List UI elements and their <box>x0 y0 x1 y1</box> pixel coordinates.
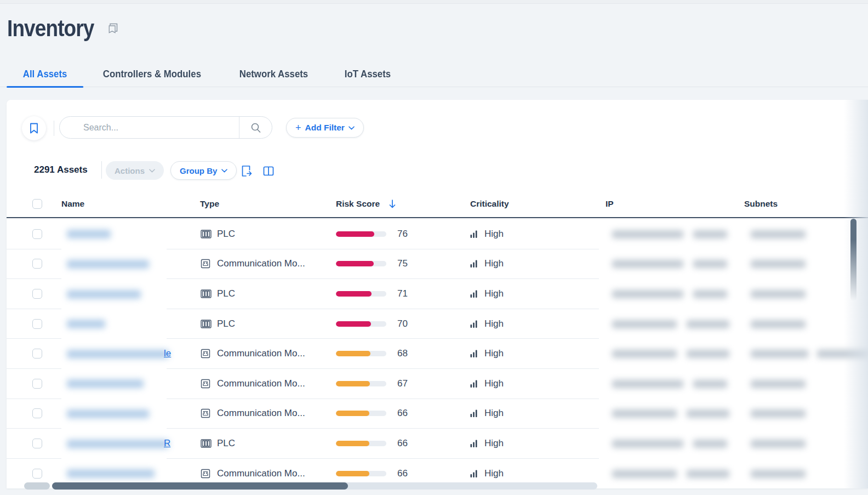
row-checkbox[interactable] <box>32 469 42 479</box>
redacted-subnet <box>751 440 806 448</box>
search-button[interactable] <box>239 117 272 138</box>
search-box <box>59 116 272 139</box>
redacted-asset-name[interactable] <box>67 320 105 328</box>
row-checkbox[interactable] <box>32 289 42 299</box>
risk-score-bar <box>336 441 386 446</box>
criticality-label: High <box>484 408 504 419</box>
hscroll-left-paddle[interactable] <box>24 482 50 490</box>
risk-score-value: 70 <box>397 318 408 329</box>
tab-controllers-modules[interactable]: Controllers & Modules <box>87 61 218 87</box>
redacted-asset-name[interactable] <box>67 379 144 388</box>
horizontal-scrollbar[interactable] <box>52 482 597 490</box>
sort-desc-icon[interactable] <box>389 200 396 208</box>
criticality-label: High <box>484 438 504 449</box>
redacted-ip <box>612 470 677 478</box>
redacted-asset-name[interactable] <box>67 469 155 478</box>
criticality-label: High <box>484 348 504 359</box>
risk-score-bar <box>336 351 386 356</box>
redacted-ip <box>687 320 729 328</box>
redacted-ip <box>612 260 683 268</box>
row-checkbox[interactable] <box>32 408 42 418</box>
asset-type-label: PLC <box>217 318 235 329</box>
asset-count: 2291 Assets <box>34 164 88 175</box>
redacted-asset-name[interactable] <box>67 440 169 448</box>
comm-icon <box>200 408 211 419</box>
column-header-subnets[interactable]: Subnets <box>744 199 778 209</box>
redacted-ip <box>612 320 677 328</box>
redacted-asset-name[interactable] <box>67 409 149 418</box>
tab-all-assets[interactable]: All Assets <box>7 61 83 87</box>
vertical-scrollbar-thumb[interactable] <box>850 219 856 301</box>
plc-icon <box>200 318 212 329</box>
redacted-ip <box>612 440 683 448</box>
risk-score-bar <box>336 471 386 476</box>
tab-network-assets[interactable]: Network Assets <box>223 61 324 87</box>
row-checkbox[interactable] <box>32 319 42 329</box>
export-button[interactable] <box>239 163 254 179</box>
asset-type-label: PLC <box>217 438 235 449</box>
add-filter-button[interactable]: + Add Filter <box>286 118 364 138</box>
column-header-risk-score[interactable]: Risk Score <box>336 199 380 209</box>
criticality-label: High <box>484 468 504 479</box>
columns-button[interactable] <box>261 163 276 179</box>
row-checkbox[interactable] <box>32 439 42 448</box>
redacted-subnet <box>751 290 806 298</box>
column-header-criticality[interactable]: Criticality <box>470 199 509 209</box>
redacted-ip <box>687 350 729 358</box>
asset-type-label: Communication Mo... <box>217 408 305 419</box>
saved-views-button[interactable] <box>22 116 46 140</box>
row-checkbox[interactable] <box>32 349 42 359</box>
risk-score-value: 67 <box>397 378 408 389</box>
redacted-asset-name[interactable] <box>67 290 141 299</box>
criticality-bars-icon <box>470 320 478 328</box>
redacted-subnet <box>751 409 806 418</box>
actions-button[interactable]: Actions <box>106 161 164 180</box>
risk-score-bar <box>336 321 386 327</box>
row-checkbox[interactable] <box>32 259 42 269</box>
redacted-asset-name[interactable] <box>67 350 169 359</box>
redacted-ip <box>693 260 727 268</box>
asset-name-link-suffix[interactable]: R <box>164 438 170 449</box>
criticality-bars-icon <box>470 289 478 298</box>
redacted-subnet <box>751 320 806 328</box>
criticality-bars-icon <box>470 349 478 358</box>
asset-name-link-suffix[interactable]: le <box>164 348 171 359</box>
redacted-asset-name[interactable] <box>67 230 111 238</box>
risk-score-bar <box>336 411 386 416</box>
copy-icon[interactable] <box>108 23 118 34</box>
column-header-ip[interactable]: IP <box>606 199 614 209</box>
redacted-ip <box>612 230 683 238</box>
criticality-label: High <box>484 318 504 329</box>
column-header-type[interactable]: Type <box>200 199 219 209</box>
redacted-ip <box>612 350 677 358</box>
row-checkbox[interactable] <box>32 229 42 239</box>
comm-icon <box>200 378 211 389</box>
redacted-asset-name[interactable] <box>67 260 149 269</box>
risk-score-value: 66 <box>397 408 408 419</box>
toolbar-divider <box>54 121 54 136</box>
search-icon <box>250 122 261 133</box>
redacted-ip <box>693 290 727 298</box>
plc-icon <box>200 288 212 299</box>
column-header-name[interactable]: Name <box>61 199 84 209</box>
asset-type-label: PLC <box>217 288 235 299</box>
risk-score-value: 75 <box>397 258 408 269</box>
risk-score-bar <box>336 231 386 237</box>
asset-type-label: Communication Mo... <box>217 468 305 479</box>
redacted-ip <box>687 470 729 478</box>
row-checkbox[interactable] <box>32 379 42 389</box>
tab-iot-assets[interactable]: IoT Assets <box>328 61 407 87</box>
risk-score-value: 71 <box>397 288 408 299</box>
horizontal-scrollbar-thumb[interactable] <box>52 482 348 490</box>
criticality-label: High <box>484 288 504 299</box>
comm-icon <box>200 258 211 269</box>
search-input[interactable] <box>60 117 239 138</box>
redacted-subnet <box>751 350 808 358</box>
bookmark-icon <box>30 123 38 134</box>
criticality-bars-icon <box>470 259 478 268</box>
redacted-ip <box>612 380 683 388</box>
plus-icon: + <box>295 122 301 134</box>
select-all-checkbox[interactable] <box>32 199 42 209</box>
group-by-button[interactable]: Group By <box>170 161 237 180</box>
criticality-bars-icon <box>470 230 478 238</box>
